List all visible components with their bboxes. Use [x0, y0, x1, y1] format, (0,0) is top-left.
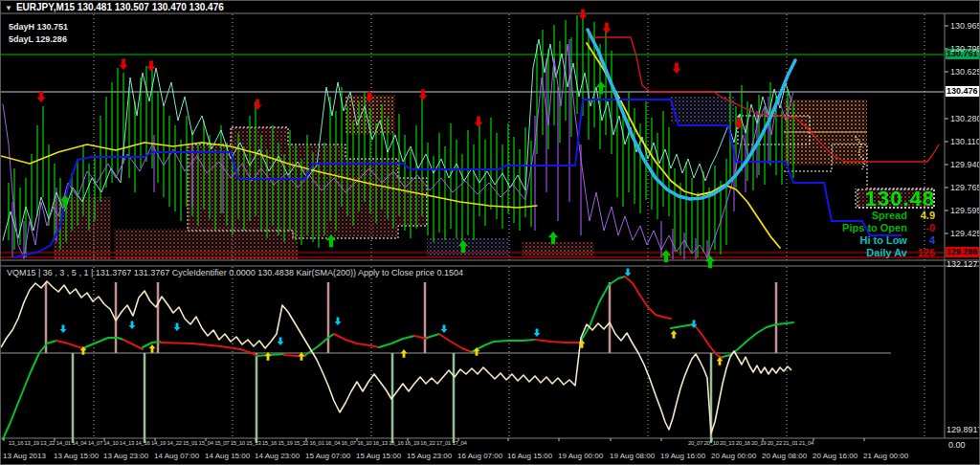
big-price-value: 130.48 — [763, 188, 935, 210]
daily-av-label: Daily Av — [866, 247, 907, 258]
pips-to-open-label: Pips to Open — [842, 222, 907, 233]
sub-axis-min-label: 129.8917 — [947, 425, 980, 434]
price-tick-label: 129.765 — [950, 183, 980, 192]
chart-dropdown-arrow-icon[interactable]: ▼ — [5, 4, 12, 12]
pips-to-open-row: Pips to Open -0 — [763, 222, 935, 234]
price-tick-label: 130.965 — [950, 21, 980, 31]
spread-value: 4.9 — [910, 210, 935, 222]
daily-av-value: 126 — [910, 247, 935, 259]
tiny-time-row-right: 20_07 20_10 20_13 20_16 20_19 20_22 21_0… — [688, 440, 813, 446]
date-label: 20 Aug 08:00 — [762, 452, 807, 460]
mt4-chart-window: ▼EURJPY,M15 130.481 130.507 130.470 130.… — [0, 0, 980, 465]
date-label: 13 Aug 15:00 — [54, 452, 99, 460]
price-tick-label: 129.940 — [950, 160, 980, 169]
hi-to-low-row: Hi to Low 4 — [763, 234, 935, 247]
date-label: 15 Aug 15:00 — [356, 452, 401, 460]
date-label: 14 Aug 23:00 — [255, 452, 300, 460]
sub-axis-max-label: 132.1277 — [947, 259, 980, 269]
subwindow-indicator-info: VQM15 | 36 , 3 , 5 , 1 | 131.3767 131.37… — [7, 268, 463, 277]
symbol-title: ▼EURJPY,M15 130.481 130.507 130.470 130.… — [5, 2, 224, 12]
price-tick-label: 129.425 — [950, 229, 980, 238]
spread-label: Spread — [872, 210, 907, 221]
price-tick-label: 130.795 — [950, 44, 980, 54]
spread-row: Spread 4.9 — [763, 210, 935, 222]
date-label: 13 Aug 23:00 — [103, 452, 148, 460]
price-badge-current: 130.476 — [946, 86, 980, 97]
hi-to-low-label: Hi to Low — [859, 234, 907, 246]
price-tick-label: 130.280 — [950, 114, 980, 123]
date-label: 15 Aug 07:00 — [305, 452, 350, 460]
date-label: 19 Aug 08:00 — [610, 452, 655, 460]
price-info-panel: 130.48 Spread 4.9 Pips to Open -0 Hi to … — [763, 188, 935, 259]
date-label: 14 Aug 15:00 — [205, 452, 250, 460]
date-label: 19 Aug 00:00 — [558, 452, 603, 460]
hi-to-low-value: 4 — [910, 234, 935, 247]
pips-to-open-value: -0 — [910, 222, 935, 234]
date-label: 20 Aug 00:00 — [711, 452, 756, 460]
sub-axis-zero-label: 0.00 — [948, 440, 966, 450]
symbol-ohlc-text: EURJPY,M15 130.481 130.507 130.470 130.4… — [16, 2, 224, 12]
date-label: 14 Aug 07:00 — [154, 452, 199, 460]
daily-av-row: Daily Av 126 — [763, 247, 935, 259]
date-label: 21 Aug 00:00 — [863, 452, 908, 460]
date-label: 16 Aug 15:00 — [507, 452, 552, 460]
price-tick-label: 130.625 — [950, 67, 980, 77]
five-day-low-label: 5dayL 129.286 — [9, 34, 67, 44]
date-label: 16 Aug 07:00 — [457, 452, 502, 460]
date-label: 13 Aug 2013 — [3, 452, 46, 460]
tiny-time-row-left: 13_16 13_19 13_22 14_01 14_04 14_07 14_1… — [9, 440, 467, 446]
price-tick-label: 130.110 — [950, 137, 980, 146]
date-label: 20 Aug 16:00 — [813, 452, 858, 460]
date-label: 15 Aug 23:00 — [407, 452, 452, 460]
date-label: 19 Aug 16:00 — [660, 452, 705, 460]
price-tick-label: 129.595 — [950, 206, 980, 215]
price-badge-5day-low: 129.286 — [946, 247, 980, 257]
five-day-high-label: 5dayH 130.751 — [9, 22, 68, 32]
